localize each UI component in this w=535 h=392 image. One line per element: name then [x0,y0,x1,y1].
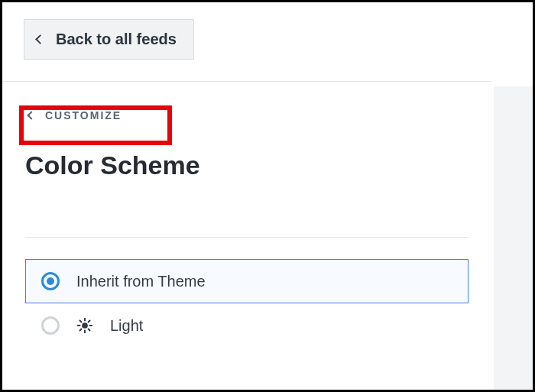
page-title: Color Scheme [25,151,469,180]
top-bar: Back to all feeds [2,2,533,81]
breadcrumb-label: Customize [45,109,122,121]
option-label: Light [110,317,143,335]
preview-strip [494,86,535,392]
svg-point-0 [82,322,88,329]
svg-line-5 [79,320,81,322]
svg-line-6 [89,329,90,331]
svg-line-8 [89,320,90,322]
back-label: Back to all feeds [56,31,177,48]
option-label: Inherit from Theme [76,273,206,290]
option-light[interactable]: Light [25,303,469,348]
chevron-left-icon [27,111,35,119]
breadcrumb-customize[interactable]: Customize [25,105,129,126]
radio-icon [41,316,60,335]
svg-line-7 [79,329,81,331]
option-inherit-from-theme[interactable]: Inherit from Theme [25,259,469,303]
color-scheme-options: Inherit from Theme Light [25,237,469,348]
back-to-feeds-button[interactable]: Back to all feeds [24,19,194,60]
chevron-left-icon [35,34,45,44]
sun-icon [76,317,93,334]
radio-icon [41,272,60,290]
settings-panel: Customize Color Scheme Inherit from Them… [2,81,491,348]
